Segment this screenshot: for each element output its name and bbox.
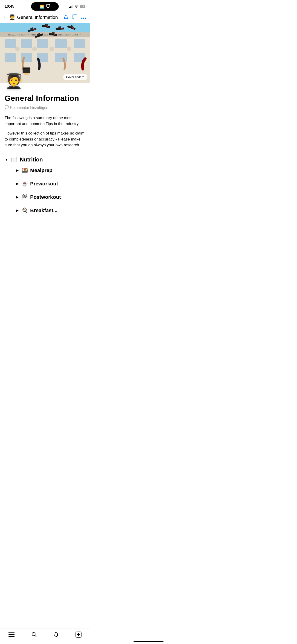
breakfast-emoji: 🍳	[22, 208, 28, 214]
subsection-item-postworkout[interactable]: ▶ 🏁 Postworkout	[16, 190, 85, 204]
svg-point-22	[32, 46, 37, 51]
mealprep-title: Mealprep	[30, 168, 52, 174]
dynamic-island-left: 🌅	[40, 4, 44, 9]
svg-rect-11	[4, 39, 16, 48]
comment-placeholder: Kommentar hinzufügen	[10, 106, 48, 110]
nutrition-title: Nutrition	[20, 156, 43, 163]
main-content: General Information Kommentar hinzufügen…	[0, 90, 90, 231]
svg-point-5	[85, 18, 86, 19]
more-button[interactable]	[81, 15, 86, 20]
dynamic-island: 🌅	[31, 2, 59, 10]
signal-bars	[69, 5, 73, 8]
subsection-item-mealprep[interactable]: ▶ 🍱 Mealprep	[16, 164, 85, 177]
status-bar: 10:45 🌅 29	[0, 0, 90, 12]
nav-emoji: 🧑‍🎓	[9, 14, 15, 20]
back-button[interactable]: ‹	[4, 13, 7, 21]
status-icons: 29	[69, 4, 85, 8]
comment-button[interactable]	[72, 14, 77, 20]
nutrition-toggle: ▼	[4, 158, 8, 162]
mealprep-toggle: ▶	[16, 168, 19, 172]
section-item-nutrition: ▼ 🍽️ Nutrition ▶ 🍱 Mealprep ▶ ☕ Preworko…	[4, 153, 85, 231]
svg-point-3	[81, 18, 82, 19]
preworkout-toggle: ▶	[16, 182, 19, 186]
svg-text:НАЦІОНАЛЬНИЙ УНІВЕРСИТЕТ ХАРЧО: НАЦІОНАЛЬНИЙ УНІВЕРСИТЕТ ХАРЧОВИХ ТЕХНОЛ…	[8, 34, 82, 36]
nutrition-emoji: 🍽️	[10, 156, 18, 163]
svg-point-23	[50, 46, 54, 51]
postworkout-emoji: 🏁	[22, 194, 28, 200]
svg-rect-12	[21, 39, 32, 48]
profile-emoji: 🧑‍🎓	[4, 74, 21, 88]
nav-bar: ‹ 🧑‍🎓 General Information	[0, 12, 90, 23]
postworkout-toggle: ▶	[16, 195, 19, 199]
share-button[interactable]	[64, 14, 68, 20]
description-1: The following is a summary of the most i…	[4, 115, 85, 127]
svg-rect-15	[74, 39, 85, 48]
svg-rect-1	[48, 7, 49, 7]
breakfast-toggle: ▶	[16, 209, 19, 212]
comment-row[interactable]: Kommentar hinzufügen	[4, 105, 85, 110]
svg-point-24	[67, 46, 71, 51]
profile-emoji-container: 🧑‍🎓	[4, 74, 21, 90]
svg-rect-2	[47, 7, 49, 8]
section-list: ▼ 🍽️ Nutrition ▶ 🍱 Mealprep ▶ ☕ Preworko…	[4, 153, 85, 231]
svg-rect-45	[22, 68, 30, 69]
svg-point-21	[15, 46, 20, 51]
dynamic-island-right	[46, 4, 50, 9]
comment-icon	[4, 105, 9, 110]
subsection-item-preworkout[interactable]: ▶ ☕ Preworkout	[16, 177, 85, 190]
nav-actions	[64, 14, 86, 20]
wifi-icon	[74, 5, 79, 8]
mealprep-emoji: 🍱	[22, 168, 28, 174]
subsection-item-breakfast[interactable]: ▶ 🍳 Breakfast...	[16, 204, 85, 227]
description-2: However this collection of tips makes no…	[4, 130, 85, 148]
svg-rect-16	[4, 53, 16, 62]
svg-rect-13	[37, 39, 48, 48]
cover-change-button[interactable]: Cover ändern	[63, 74, 87, 80]
preworkout-title: Preworkout	[30, 181, 58, 187]
status-time: 10:45	[4, 4, 14, 9]
svg-rect-0	[46, 4, 50, 7]
svg-point-4	[83, 18, 84, 19]
breakfast-title: Breakfast...	[30, 208, 58, 214]
page-title: General Information	[4, 94, 85, 102]
preworkout-emoji: ☕	[22, 181, 28, 187]
nav-title: General Information	[17, 15, 62, 20]
svg-rect-41	[52, 32, 54, 34]
svg-rect-14	[55, 39, 67, 48]
postworkout-title: Postworkout	[30, 194, 61, 200]
battery-level: 29	[80, 4, 85, 8]
subsection-list-nutrition: ▶ 🍱 Mealprep ▶ ☕ Preworkout ▶ 🏁 Postwork…	[16, 164, 85, 227]
section-header-nutrition[interactable]: ▼ 🍽️ Nutrition	[4, 156, 85, 163]
